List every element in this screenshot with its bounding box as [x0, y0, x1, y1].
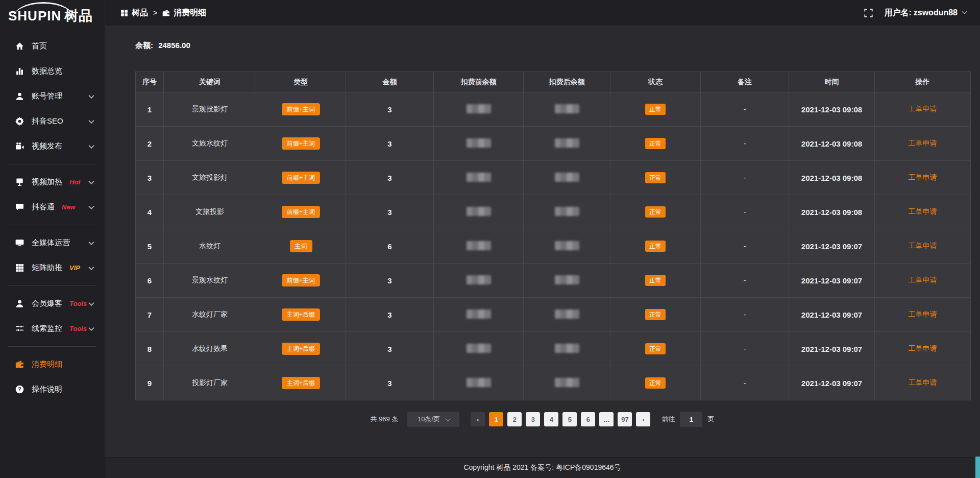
- cell-no: 2: [136, 127, 164, 161]
- sidebar-item-消费明细[interactable]: 消费明细: [0, 352, 105, 377]
- cell-no: 4: [136, 195, 164, 229]
- cell-time: 2021-12-03 09:08: [789, 161, 875, 195]
- goto-page-input[interactable]: [680, 412, 702, 427]
- page-button-2[interactable]: 2: [507, 412, 522, 426]
- cell-type: 前缀+主词: [256, 195, 346, 229]
- page-button-6[interactable]: 6: [581, 412, 595, 426]
- column-header: 关键词: [164, 72, 256, 92]
- work-order-link[interactable]: 工单申请: [909, 173, 937, 181]
- cell-no: 3: [136, 161, 164, 195]
- status-badge: 正常: [645, 309, 666, 320]
- cell-keyword: 文旅投影灯: [164, 161, 256, 195]
- cell-action: 工单申请: [875, 298, 971, 332]
- monitor-icon: [15, 238, 24, 247]
- cell-keyword: 水纹灯: [164, 229, 256, 264]
- user-dropdown[interactable]: 用户名: zswodun88: [884, 8, 966, 18]
- cell-balance-after: [524, 161, 610, 195]
- home-icon: [15, 42, 24, 51]
- gear-icon: [15, 117, 24, 126]
- cell-remark: -: [701, 92, 789, 127]
- work-order-link[interactable]: 工单申请: [909, 207, 937, 216]
- status-badge: 正常: [645, 241, 666, 252]
- cell-amount: 3: [346, 264, 434, 298]
- page-size-select[interactable]: 10条/页: [407, 412, 459, 427]
- brand-logo[interactable]: SHUPIN树品: [0, 0, 105, 30]
- type-badge: 前缀+主词: [282, 103, 320, 115]
- cell-balance-after: [524, 332, 610, 366]
- type-badge: 主词: [290, 240, 312, 252]
- page-button-1[interactable]: 1: [489, 412, 503, 426]
- more-pages-button[interactable]: ...: [599, 412, 614, 426]
- blurred-value: [467, 207, 491, 216]
- page-button-4[interactable]: 4: [544, 412, 558, 426]
- sidebar-item-数据总览[interactable]: 数据总览: [0, 59, 105, 84]
- menu-divider: [8, 346, 96, 347]
- sidebar-item-矩阵助推[interactable]: 矩阵助推VIP: [0, 255, 105, 280]
- sidebar: SHUPIN树品 首页数据总览账号管理抖音SEO视频发布视频加热Hot抖客通Ne…: [0, 0, 105, 478]
- page-buttons: 123456...97: [489, 412, 632, 426]
- cell-balance-before: [434, 161, 524, 195]
- blurred-value: [467, 378, 491, 387]
- work-order-link[interactable]: 工单申请: [909, 105, 937, 113]
- cell-action: 工单申请: [875, 161, 971, 195]
- username-label: 用户名:: [884, 8, 911, 18]
- sidebar-item-label: 矩阵助推: [32, 263, 62, 273]
- sidebar-item-线索监控[interactable]: 线索监控Tools: [0, 316, 105, 341]
- sidebar-item-视频发布[interactable]: 视频发布: [0, 134, 105, 159]
- logo-text-en: SHUPIN: [8, 8, 61, 23]
- cell-keyword: 水纹灯效果: [164, 332, 256, 366]
- next-page-button[interactable]: ›: [636, 412, 650, 426]
- chevron-down-icon: [88, 239, 94, 245]
- cell-balance-before: [434, 92, 524, 127]
- sidebar-item-首页[interactable]: 首页: [0, 34, 105, 59]
- column-header: 备注: [701, 72, 789, 92]
- work-order-link[interactable]: 工单申请: [909, 310, 937, 318]
- chevron-down-icon: [88, 178, 94, 184]
- page-button-3[interactable]: 3: [526, 412, 540, 426]
- page-size-value: 10条/页: [418, 415, 440, 424]
- breadcrumb-current-label: 消费明细: [174, 8, 206, 18]
- blurred-value: [467, 241, 491, 250]
- page-button-97[interactable]: 97: [618, 412, 632, 426]
- work-order-link[interactable]: 工单申请: [909, 276, 937, 284]
- sidebar-item-label: 视频发布: [32, 141, 62, 151]
- work-order-link[interactable]: 工单申请: [909, 344, 937, 352]
- sidebar-item-操作说明[interactable]: ?操作说明: [0, 377, 105, 402]
- cell-no: 8: [136, 332, 164, 366]
- cell-balance-before: [434, 127, 524, 161]
- cell-balance-after: [524, 366, 610, 400]
- work-order-link[interactable]: 工单申请: [909, 242, 937, 250]
- sidebar-item-badge: Tools: [69, 300, 87, 307]
- sidebar-item-会员爆客[interactable]: 会员爆客Tools: [0, 291, 105, 316]
- sidebar-item-视频加热[interactable]: 视频加热Hot: [0, 170, 105, 195]
- breadcrumb-home[interactable]: 树品: [120, 8, 148, 18]
- fullscreen-icon[interactable]: [864, 9, 873, 17]
- page-button-5[interactable]: 5: [562, 412, 577, 426]
- goto-suffix: 页: [707, 415, 714, 424]
- logo-text-cn: 树品: [64, 8, 93, 23]
- work-order-link[interactable]: 工单申请: [909, 139, 937, 147]
- column-header: 序号: [136, 72, 164, 92]
- cell-time: 2021-12-03 09:08: [789, 92, 875, 127]
- sidebar-item-抖音SEO[interactable]: 抖音SEO: [0, 109, 105, 134]
- cell-time: 2021-12-03 09:07: [789, 332, 875, 366]
- cell-balance-after: [524, 195, 610, 229]
- sidebar-item-全媒体运营[interactable]: 全媒体运营: [0, 230, 105, 255]
- column-header: 操作: [875, 72, 971, 92]
- cell-keyword: 文旅投影: [164, 195, 256, 229]
- svg-text:?: ?: [18, 386, 21, 392]
- side-widget[interactable]: [975, 457, 980, 478]
- prev-page-button[interactable]: ‹: [471, 412, 485, 426]
- chevron-down-icon: [88, 203, 94, 209]
- sidebar-item-label: 消费明细: [32, 360, 62, 369]
- cell-keyword: 文旅水纹灯: [164, 127, 256, 161]
- status-badge: 正常: [645, 206, 666, 218]
- sidebar-item-抖客通[interactable]: 抖客通New: [0, 195, 105, 220]
- cell-no: 6: [136, 264, 164, 298]
- cell-status: 正常: [610, 229, 701, 264]
- sliders-icon: [15, 324, 24, 333]
- sidebar-item-label: 数据总览: [32, 66, 62, 76]
- work-order-link[interactable]: 工单申请: [909, 378, 937, 387]
- breadcrumb-current[interactable]: 消费明细: [162, 8, 206, 18]
- sidebar-item-账号管理[interactable]: 账号管理: [0, 84, 105, 109]
